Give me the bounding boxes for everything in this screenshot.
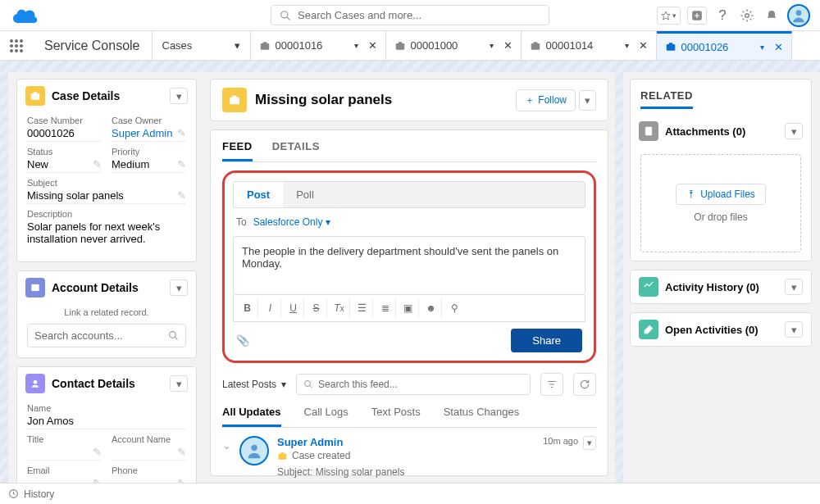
filter-status-changes[interactable]: Status Changes <box>444 406 520 427</box>
workspace-tab-2[interactable]: 00001000 ▾ ✕ <box>386 31 522 60</box>
card-menu-button[interactable]: ▾ <box>170 88 188 104</box>
follow-button[interactable]: ＋Follow <box>516 89 576 111</box>
chevron-down-icon[interactable]: ▾ <box>760 43 764 52</box>
contact-icon <box>25 374 45 393</box>
composer-textarea[interactable]: The people in the delivery department sh… <box>233 236 585 295</box>
center-content: Missing solar panels ＋Follow ▾ FEED DETA… <box>203 72 615 483</box>
edit-icon[interactable]: ✎ <box>93 477 102 483</box>
account-details-card: Account Details ▾ Link a related record.… <box>16 270 197 358</box>
helper-text: Link a related record. <box>17 304 196 324</box>
refresh-button[interactable] <box>573 373 596 396</box>
tab-post[interactable]: Post <box>234 182 283 207</box>
edit-icon[interactable]: ✎ <box>93 446 102 458</box>
app-launcher-icon[interactable] <box>0 31 33 60</box>
feed-search[interactable]: Search this feed... <box>296 374 531 395</box>
notifications-icon[interactable] <box>763 7 781 25</box>
attach-icon[interactable]: 📎 <box>236 334 249 347</box>
edit-icon[interactable]: ✎ <box>177 446 186 458</box>
card-menu-button[interactable]: ▾ <box>785 123 803 139</box>
edit-icon[interactable]: ✎ <box>177 127 186 139</box>
favorites-button[interactable]: ▾ <box>657 7 681 25</box>
bold-button[interactable]: B <box>237 298 258 318</box>
svg-point-11 <box>20 44 23 48</box>
italic-button[interactable]: I <box>260 298 281 318</box>
feed-item: ⌄ Super Admin Case created Subject: Miss… <box>222 428 596 486</box>
nav-cases[interactable]: Cases ▾ <box>153 31 251 60</box>
workspace-tab-4-active[interactable]: 00001026 ▾ ✕ <box>657 31 792 60</box>
tab-feed[interactable]: FEED <box>222 140 253 161</box>
audience-selector[interactable]: Salesforce Only ▾ <box>253 216 331 228</box>
audience-row: To Salesforce Only ▾ <box>233 208 585 236</box>
upload-files-button[interactable]: ⭱Upload Files <box>676 184 766 205</box>
bullet-list-button[interactable]: ☰ <box>352 298 373 318</box>
svg-point-28 <box>34 380 38 384</box>
underline-button[interactable]: U <box>283 298 304 318</box>
tab-poll[interactable]: Poll <box>283 182 327 207</box>
share-button[interactable]: Share <box>511 329 582 352</box>
workspace-tab-1[interactable]: 00001016 ▾ ✕ <box>251 31 386 60</box>
add-button[interactable] <box>687 7 707 25</box>
field-label: Priority <box>112 147 186 157</box>
card-menu-button[interactable]: ▾ <box>785 321 803 338</box>
global-search[interactable]: Search Cases and more... <box>271 5 549 25</box>
chevron-down-icon[interactable]: ▾ <box>625 41 629 50</box>
chevron-down-icon[interactable]: ▾ <box>354 41 358 50</box>
composer-text: The people in the delivery department sh… <box>242 245 558 270</box>
help-icon[interactable]: ? <box>713 7 731 25</box>
edit-icon[interactable]: ✎ <box>93 158 102 170</box>
close-icon[interactable]: ✕ <box>503 39 512 52</box>
tab-label: 00001026 <box>681 41 729 53</box>
feed-item-menu[interactable]: ▾ <box>583 436 596 450</box>
workspace-tab-3[interactable]: 00001014 ▾ ✕ <box>522 31 657 60</box>
tab-details[interactable]: DETAILS <box>272 140 320 161</box>
record-title: Missing solar panels <box>255 92 516 108</box>
edit-icon[interactable]: ✎ <box>177 477 186 483</box>
field-label: Account Name <box>112 434 186 444</box>
strike-button[interactable]: S <box>306 298 327 318</box>
card-menu-button[interactable]: ▾ <box>170 375 188 392</box>
user-avatar[interactable] <box>787 4 810 27</box>
follow-menu[interactable]: ▾ <box>579 90 596 111</box>
close-icon[interactable]: ✕ <box>639 39 648 52</box>
svg-rect-18 <box>398 42 402 43</box>
feed-avatar <box>239 436 269 465</box>
clear-format-button[interactable]: Tx <box>329 298 350 318</box>
case-owner-link[interactable]: Super Admin✎ <box>112 127 186 142</box>
svg-rect-17 <box>395 43 404 50</box>
edit-icon[interactable]: ✎ <box>177 189 186 202</box>
svg-point-7 <box>15 39 18 43</box>
image-button[interactable]: ▣ <box>398 298 419 318</box>
contact-account-value: ✎ <box>112 446 186 461</box>
filter-call-logs[interactable]: Call Logs <box>304 406 348 427</box>
upload-dropzone[interactable]: ⭱Upload Files Or drop files <box>640 154 801 252</box>
svg-rect-34 <box>279 453 287 459</box>
search-accounts-input[interactable]: Search accounts... <box>27 324 186 347</box>
card-menu-button[interactable]: ▾ <box>170 279 188 296</box>
card-menu-button[interactable]: ▾ <box>785 279 803 295</box>
highlight-callout: Post Poll To Salesforce Only ▾ The peopl… <box>222 170 596 363</box>
drop-hint: Or drop files <box>694 211 747 223</box>
chevron-down-icon[interactable]: ▾ <box>490 41 494 50</box>
history-button[interactable]: History <box>24 488 54 500</box>
main-area: Case Details ▾ Case Number00001026 Case … <box>0 72 820 483</box>
field-label: Case Owner <box>112 116 186 125</box>
mention-button[interactable]: ⚲ <box>444 298 465 318</box>
close-icon[interactable]: ✕ <box>368 39 377 52</box>
subj-label: Subject: <box>277 466 312 478</box>
edit-icon[interactable]: ✎ <box>177 158 186 170</box>
feed-author-link[interactable]: Super Admin <box>277 436 404 448</box>
setup-gear-icon[interactable] <box>738 7 756 25</box>
filter-text-posts[interactable]: Text Posts <box>371 406 421 427</box>
svg-point-9 <box>10 44 13 48</box>
feed-action-text: Case created <box>292 450 350 461</box>
emoji-button[interactable]: ☻ <box>421 298 442 318</box>
svg-point-26 <box>170 332 176 338</box>
svg-line-32 <box>310 386 312 388</box>
numbered-list-button[interactable]: ≣ <box>375 298 396 318</box>
sort-dropdown[interactable]: Latest Posts ▾ <box>222 379 286 390</box>
filter-all-updates[interactable]: All Updates <box>222 406 281 427</box>
header-actions: ▾ ? <box>657 4 810 27</box>
close-icon[interactable]: ✕ <box>774 41 783 53</box>
expand-icon[interactable]: ⌄ <box>222 439 231 478</box>
filter-button[interactable] <box>540 373 563 396</box>
